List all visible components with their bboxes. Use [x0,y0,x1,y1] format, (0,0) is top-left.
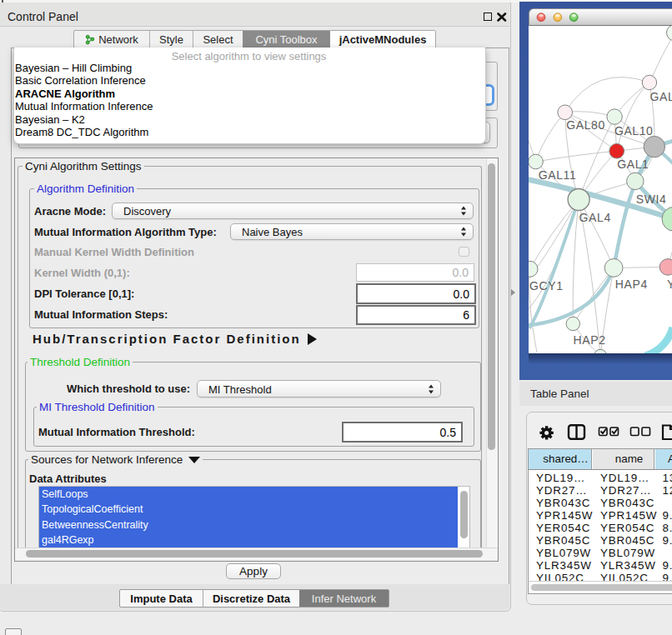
svg-text:GAL11: GAL11 [538,168,576,182]
svg-text:Y: Y [667,278,672,291]
svg-text:GAL1: GAL1 [617,158,649,171]
svg-text:GAL10: GAL10 [614,124,653,138]
svg-text:HAP4: HAP4 [614,278,647,291]
svg-text:SWI4: SWI4 [635,192,666,206]
svg-text:HAP2: HAP2 [573,333,605,347]
svg-text:GCY1: GCY1 [529,279,564,292]
svg-text:GAL7: GAL7 [649,90,672,103]
svg-text:GAL80: GAL80 [566,118,605,132]
svg-text:GAL4: GAL4 [579,211,610,224]
